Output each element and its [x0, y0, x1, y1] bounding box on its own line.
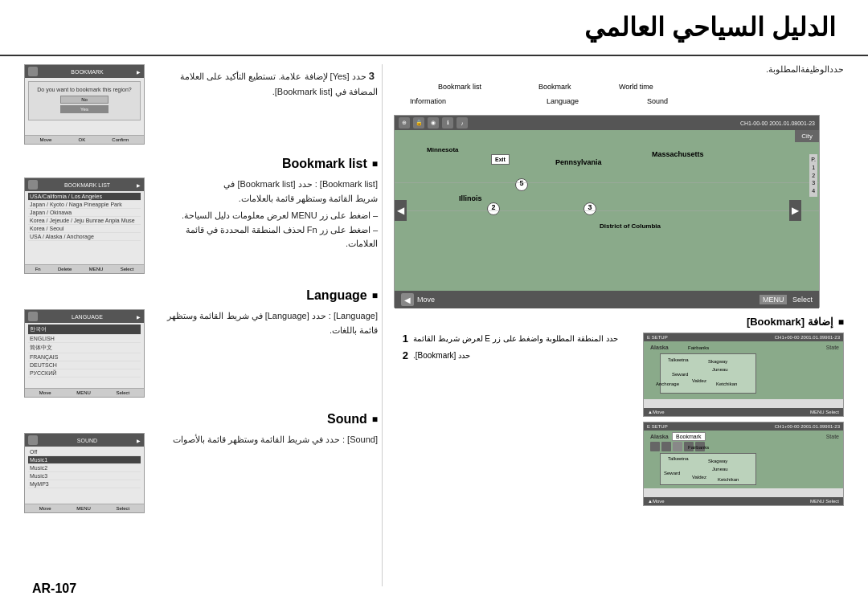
screen-bookmark-dialog: BOOKMARK ▶ Do you want to bookmark this … [24, 64, 145, 145]
screen1-header: BOOKMARK ▶ [25, 65, 144, 78]
list-item: FRANÇAIS [28, 353, 141, 361]
mini2-ketchikan: Ketchikan [718, 477, 739, 482]
mini1-talkeetna: Talkeetna [668, 357, 689, 362]
mini2-header: E SETUP CH1+00-00 2001.01.09901-23 [644, 422, 843, 431]
exit-label: Exit [491, 154, 510, 165]
screen1-footer: Move OK Confirm [25, 135, 144, 144]
list-item: USA/California / Los Angeles [28, 193, 141, 201]
nav-icon: ◉ [428, 117, 439, 129]
map-right-arrow[interactable]: ▶ [789, 200, 801, 221]
small-screens: E SETUP CH1+00-00 2001.01.09901-23 Alask… [643, 333, 844, 506]
list-item: Japan / Kyoto / Naga Pineapple Park [28, 201, 141, 209]
step1: حدد المنطقة المطلوبة واضغط على زر E لعرض… [394, 333, 631, 345]
right-column: حددالوظيفةالمطلوبة. Bookmark list Bookma… [394, 64, 844, 506]
label-world-time: World time [619, 83, 653, 91]
mini1-state-right: State [826, 345, 839, 350]
sound-content: SOUND ▶ Off Music1 Music2 Music3 MyMP3 M… [24, 433, 378, 513]
marker-3: 3 [583, 202, 596, 215]
label-sound: Sound [647, 97, 668, 105]
lock-icon: 🔒 [413, 117, 424, 129]
bookmark-square-icon: ■ [838, 316, 844, 328]
mini1-valdez: Valdez [692, 378, 706, 383]
list-item: ENGLISH [28, 335, 141, 343]
move-arrow-icon: ◀ [401, 293, 414, 306]
screen-mini-2: E SETUP CH1+00-00 2001.01.09901-23 Alask… [643, 422, 844, 506]
language-text: [Language] : حدد [Language] في شريط القا… [153, 309, 378, 398]
step1-number: 1 [394, 333, 408, 345]
screen-sound: SOUND ▶ Off Music1 Music2 Music3 MyMP3 M… [24, 433, 145, 513]
bookmark-list-text: [Bookmark list] : حدد [Bookmark list] في… [153, 178, 378, 274]
icon1 [650, 442, 660, 451]
list-item: Off [28, 448, 141, 456]
city-button[interactable]: City [795, 130, 819, 142]
list-item: РУССКИЙ [28, 369, 141, 378]
icon2 [661, 442, 671, 451]
screen2-footer: Fn Delete MENU Select [25, 264, 144, 273]
screen2-header: BOOKMARK LIST ▶ [25, 178, 144, 191]
mini2-state-label: Alaska [650, 434, 669, 439]
sound-text: [Sound] : حدد في شريط القائمة وستظهر قائ… [153, 433, 378, 513]
list-item: USA / Alaska / Anchorage [28, 233, 141, 241]
info-icon: ℹ [442, 117, 453, 129]
mini1-header: E SETUP CH1+00-00 2001.01.09901-23 [644, 333, 843, 341]
map-header-icons: ⊕ 🔒 ◉ ℹ ♪ [399, 117, 468, 129]
mini1-footer: ▲Move MENU Select [644, 408, 843, 416]
map-footer: ◀ Move MENU Select [395, 291, 819, 308]
map-left-arrow[interactable]: ◀ [395, 200, 407, 221]
mini2-fairbanks: Fairbanks [688, 445, 709, 450]
map-body: Exit City Minnesota Pennsylvania Massach… [395, 130, 819, 291]
language-icon [28, 312, 38, 321]
bookmark-add-heading-row: إضافة [Bookmark] ■ [394, 316, 844, 328]
list-item: Japan / Okinawa [28, 209, 141, 217]
language-content: LANGUAGE ▶ 한국어 ENGLISH 简体中文 FRANÇAIS DEU… [24, 309, 378, 398]
mini1-ketchikan: Ketchikan [716, 382, 737, 386]
label-language: Language [547, 97, 579, 105]
marker-2: 2 [487, 202, 500, 215]
state-dc: District of Columbia [600, 222, 661, 230]
mini2-state-right: State [826, 434, 839, 439]
icon3 [673, 442, 682, 451]
list-item: Music3 [28, 472, 141, 480]
sound-heading: Sound [24, 412, 378, 426]
mini2-bookmark-popup: Bookmark [672, 432, 706, 441]
marker-5: 5 [515, 178, 528, 191]
yes-button[interactable]: Yes [60, 105, 108, 113]
mini2-map: Alaska State Bookmark [644, 431, 843, 488]
language-heading: Language [24, 288, 378, 303]
screen-bookmark-list: BOOKMARK LIST ▶ USA/California / Los Ang… [24, 178, 145, 274]
bookmark-dialog: Do you want to bookmark this region? No … [28, 81, 141, 120]
screen3-footer: Move MENU Select [25, 388, 144, 397]
label-bookmark: Bookmark [538, 83, 571, 91]
list-item: 한국어 [28, 324, 141, 335]
step2: حدد [Bookmark]. 2 [394, 349, 631, 361]
mini1-map: Alaska State Fairbanks Talkeetna Skagway… [644, 341, 843, 399]
map-line-h [395, 182, 819, 183]
step1-text: حدد المنطقة المطلوبة واضغط على زر E لعرض… [413, 333, 618, 345]
page-number: AR-107 [32, 582, 76, 596]
label-information: Information [410, 97, 446, 105]
screen4-header: SOUND ▶ [25, 434, 144, 447]
mini2-seward: Seward [664, 471, 680, 475]
state-pennsylvania: Pennsylvania [555, 158, 602, 166]
map-line-h2 [395, 210, 819, 211]
list-item: Music2 [28, 464, 141, 472]
exit-icon: ⊕ [399, 117, 410, 129]
bookmark-icon [28, 67, 38, 76]
language-section: Language LANGUAGE ▶ 한국어 ENGLISH 简体中文 FRA… [24, 288, 378, 398]
list-item: Korea / Seoul [28, 225, 141, 233]
list-item: 简体中文 [28, 343, 141, 353]
step3-text: 3 حدد [Yes] لإضافة علامة. تستطيع التأكيد… [153, 64, 378, 145]
mini1-seward: Seward [672, 372, 688, 377]
step2-number: 2 [394, 349, 408, 361]
bookmark-list-items: USA/California / Los Angeles Japan / Kyo… [25, 191, 144, 243]
list-item: Music1 [28, 456, 141, 464]
no-button[interactable]: No [60, 96, 108, 104]
footer-move-group: ◀ Move [401, 293, 435, 306]
bookmark-steps-and-screens: حدد المنطقة المطلوبة واضغط على زر E لعرض… [394, 333, 844, 506]
mini1-juneau: Juneau [712, 367, 728, 372]
list-item: DEUTSCH [28, 361, 141, 369]
title-bar: الدليل السياحي العالمي [0, 0, 868, 56]
language-list: 한국어 ENGLISH 简体中文 FRANÇAIS DEUTSCH РУССКИ… [25, 323, 144, 379]
mini2-valdez: Valdez [692, 475, 706, 480]
sound-list: Off Music1 Music2 Music3 MyMP3 [25, 447, 144, 490]
